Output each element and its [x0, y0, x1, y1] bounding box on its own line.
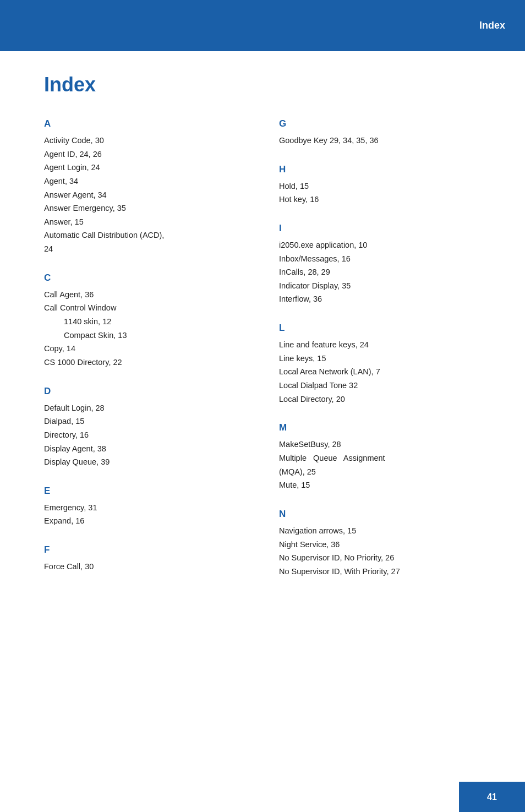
entry-no-supervisor-with-priority: No Supervisor ID, With Priority, 27 [279, 565, 497, 579]
entry-incalls: InCalls, 28, 29 [279, 265, 497, 279]
entry-force-call: Force Call, 30 [44, 560, 262, 574]
entry-makesetbusy: MakeSetBusy, 28 [279, 438, 497, 451]
header-bar: Index [0, 0, 525, 51]
entry-default-login: Default Login, 28 [44, 401, 262, 415]
entry-no-supervisor-no-priority: No Supervisor ID, No Priority, 26 [279, 551, 497, 565]
page-title: Index [44, 73, 497, 96]
footer: 41 [459, 782, 525, 812]
entry-expand: Expand, 16 [44, 514, 262, 528]
section-letter-i: I [279, 223, 497, 234]
entry-agent: Agent, 34 [44, 175, 262, 188]
entry-acd: Automatic Call Distribution (ACD),24 [44, 228, 262, 255]
entry-answer-agent: Answer Agent, 34 [44, 188, 262, 202]
entry-answer-emergency: Answer Emergency, 35 [44, 201, 262, 215]
right-column: G Goodbye Key 29, 34, 35, 36 H Hold, 15 … [279, 118, 497, 578]
entry-lan: Local Area Network (LAN), 7 [279, 365, 497, 379]
entry-activity-code: Activity Code, 30 [44, 134, 262, 148]
left-column: A Activity Code, 30 Agent ID, 24, 26 Age… [44, 118, 279, 578]
entry-local-dialpad-tone: Local Dialpad Tone 32 [279, 379, 497, 393]
index-columns: A Activity Code, 30 Agent ID, 24, 26 Age… [44, 118, 497, 578]
entry-line-feature-keys: Line and feature keys, 24 [279, 338, 497, 352]
entry-mute: Mute, 15 [279, 478, 497, 492]
entry-agent-login: Agent Login, 24 [44, 161, 262, 175]
page-content: Index A Activity Code, 30 Agent ID, 24, … [0, 51, 525, 812]
page-number: 41 [487, 792, 497, 802]
entry-hold: Hold, 15 [279, 179, 497, 193]
entry-call-control-window: Call Control Window [44, 301, 262, 315]
entry-indicator-display: Indicator Display, 35 [279, 279, 497, 293]
entry-inbox-messages: Inbox/Messages, 16 [279, 252, 497, 266]
entry-emergency: Emergency, 31 [44, 501, 262, 515]
entry-compact-skin: Compact Skin, 13 [44, 329, 262, 342]
entry-answer: Answer, 15 [44, 215, 262, 229]
section-letter-f: F [44, 544, 262, 555]
header-title: Index [479, 20, 505, 31]
entry-1140-skin: 1140 skin, 12 [44, 315, 262, 329]
entry-line-keys: Line keys, 15 [279, 352, 497, 366]
section-letter-e: E [44, 486, 262, 497]
entry-mqa: Multiple Queue Assignment(MQA), 25 [279, 451, 497, 478]
entry-night-service: Night Service, 36 [279, 538, 497, 552]
entry-copy: Copy, 14 [44, 342, 262, 356]
section-letter-n: N [279, 509, 497, 520]
entry-display-agent: Display Agent, 38 [44, 442, 262, 456]
section-letter-m: M [279, 422, 497, 433]
entry-hot-key: Hot key, 16 [279, 193, 497, 206]
section-letter-d: D [44, 386, 262, 397]
entry-display-queue: Display Queue, 39 [44, 455, 262, 469]
entry-cs1000-directory: CS 1000 Directory, 22 [44, 356, 262, 369]
entry-navigation-arrows: Navigation arrows, 15 [279, 524, 497, 538]
entry-local-directory: Local Directory, 20 [279, 393, 497, 406]
section-letter-a: A [44, 118, 262, 129]
entry-goodbye-key: Goodbye Key 29, 34, 35, 36 [279, 134, 497, 148]
section-letter-g: G [279, 118, 497, 129]
entry-agent-id: Agent ID, 24, 26 [44, 148, 262, 161]
entry-interflow: Interflow, 36 [279, 292, 497, 306]
entry-directory: Directory, 16 [44, 428, 262, 442]
entry-call-agent: Call Agent, 36 [44, 288, 262, 302]
section-letter-c: C [44, 273, 262, 284]
entry-dialpad: Dialpad, 15 [44, 415, 262, 428]
section-letter-h: H [279, 164, 497, 175]
section-letter-l: L [279, 323, 497, 334]
entry-i2050: i2050.exe application, 10 [279, 238, 497, 252]
